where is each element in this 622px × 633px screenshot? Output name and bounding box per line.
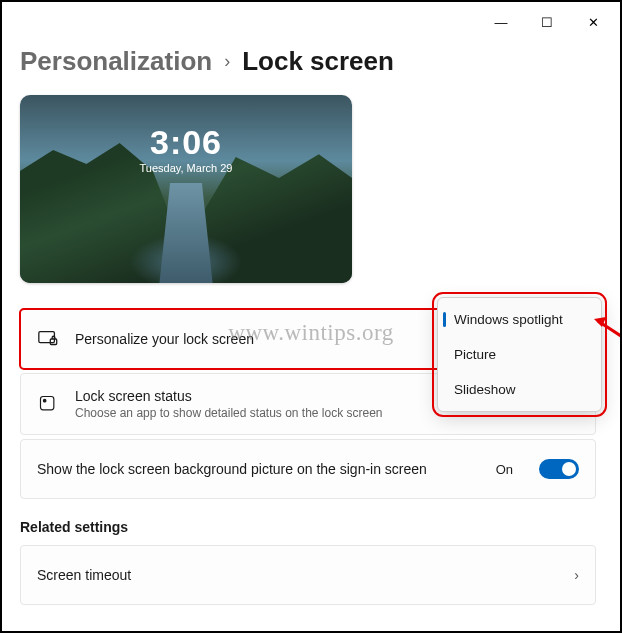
window-titlebar: — ☐ ✕ — [2, 2, 620, 42]
maximize-button[interactable]: ☐ — [524, 6, 570, 38]
page-title: Lock screen — [242, 46, 394, 77]
preview-date: Tuesday, March 29 — [20, 162, 352, 174]
svg-point-5 — [43, 399, 46, 402]
svg-rect-1 — [50, 339, 56, 345]
chevron-right-icon: › — [224, 51, 230, 72]
breadcrumb: Personalization › Lock screen — [20, 46, 596, 77]
signin-bg-toggle[interactable] — [539, 459, 579, 479]
screen-timeout-title: Screen timeout — [37, 567, 558, 583]
app-status-icon — [37, 393, 59, 415]
lock-screen-preview: 3:06 Tuesday, March 29 — [20, 95, 352, 283]
dropdown-option-picture[interactable]: Picture — [438, 337, 601, 372]
dropdown-option-spotlight[interactable]: Windows spotlight — [438, 302, 601, 337]
dropdown-option-slideshow[interactable]: Slideshow — [438, 372, 601, 407]
breadcrumb-parent[interactable]: Personalization — [20, 46, 212, 77]
chevron-right-icon: › — [574, 567, 579, 583]
screen-timeout-row[interactable]: Screen timeout › — [20, 545, 596, 605]
lock-screen-mode-dropdown[interactable]: Windows spotlight Picture Slideshow — [437, 297, 602, 412]
close-button[interactable]: ✕ — [570, 6, 616, 38]
signin-background-row: Show the lock screen background picture … — [20, 439, 596, 499]
annotation-arrow-icon — [594, 313, 622, 343]
related-settings-heading: Related settings — [20, 519, 596, 535]
toggle-label: On — [496, 462, 513, 477]
preview-time: 3:06 — [20, 123, 352, 162]
minimize-button[interactable]: — — [478, 6, 524, 38]
monitor-lock-icon — [37, 328, 59, 350]
signin-bg-title: Show the lock screen background picture … — [37, 461, 480, 477]
svg-rect-4 — [41, 397, 54, 410]
